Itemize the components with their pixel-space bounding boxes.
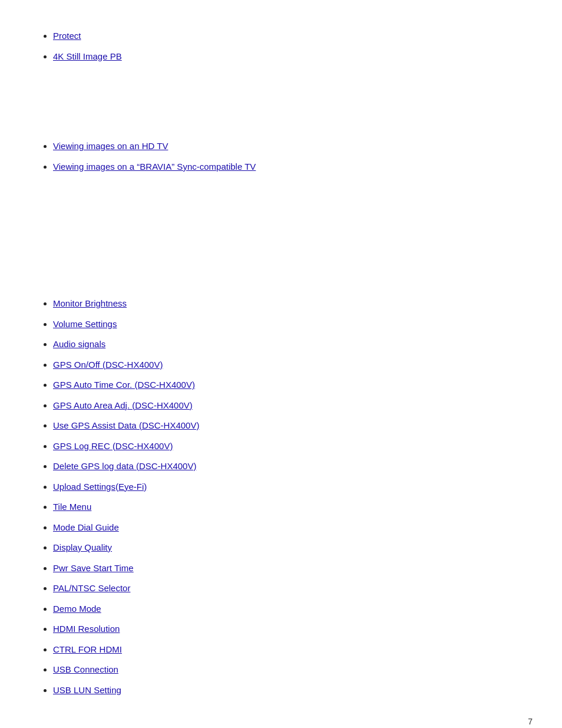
list-item: Protect (53, 29, 495, 43)
section-1: Protect 4K Still Image PB (35, 29, 495, 63)
list-item: GPS Auto Area Adj. (DSC-HX400V) (53, 399, 495, 413)
gps-auto-time-link[interactable]: GPS Auto Time Cor. (DSC-HX400V) (53, 380, 195, 390)
pwr-save-start-time-link[interactable]: Pwr Save Start Time (53, 563, 134, 573)
list-item: Demo Mode (53, 602, 495, 616)
list-item: USB Connection (53, 663, 495, 677)
delete-gps-log-link[interactable]: Delete GPS log data (DSC-HX400V) (53, 461, 196, 471)
section-1-list: Protect 4K Still Image PB (35, 29, 495, 63)
list-item: Audio signals (53, 338, 495, 351)
ctrl-for-hdmi-link[interactable]: CTRL FOR HDMI (53, 644, 122, 654)
spacer-3 (35, 250, 495, 297)
section-2-list: Viewing images on an HD TV Viewing image… (35, 140, 495, 173)
display-quality-link[interactable]: Display Quality (53, 542, 112, 552)
gps-onoff-link[interactable]: GPS On/Off (DSC-HX400V) (53, 360, 163, 370)
viewing-bravia-link[interactable]: Viewing images on a “BRAVIA” Sync-compat… (53, 162, 256, 172)
list-item: Volume Settings (53, 318, 495, 331)
pal-ntsc-selector-link[interactable]: PAL/NTSC Selector (53, 583, 130, 593)
section-3-list: Monitor Brightness Volume Settings Audio… (35, 297, 495, 697)
section-2: Viewing images on an HD TV Viewing image… (35, 140, 495, 173)
monitor-brightness-link[interactable]: Monitor Brightness (53, 298, 127, 308)
list-item: PAL/NTSC Selector (53, 582, 495, 595)
list-item: Delete GPS log data (DSC-HX400V) (53, 460, 495, 473)
gps-auto-area-link[interactable]: GPS Auto Area Adj. (DSC-HX400V) (53, 400, 193, 410)
usb-connection-link[interactable]: USB Connection (53, 664, 118, 674)
4k-still-image-link[interactable]: 4K Still Image PB (53, 51, 122, 61)
volume-settings-link[interactable]: Volume Settings (53, 319, 117, 329)
section-3: Monitor Brightness Volume Settings Audio… (35, 297, 495, 697)
usb-lun-setting-link[interactable]: USB LUN Setting (53, 685, 121, 695)
tile-menu-link[interactable]: Tile Menu (53, 502, 91, 512)
gps-log-rec-link[interactable]: GPS Log REC (DSC-HX400V) (53, 441, 173, 451)
list-item: GPS On/Off (DSC-HX400V) (53, 358, 495, 372)
gps-assist-data-link[interactable]: Use GPS Assist Data (DSC-HX400V) (53, 420, 199, 430)
page-container: Protect 4K Still Image PB Viewing images… (0, 0, 530, 728)
protect-link[interactable]: Protect (53, 31, 81, 41)
list-item: Use GPS Assist Data (DSC-HX400V) (53, 419, 495, 433)
list-item: Viewing images on a “BRAVIA” Sync-compat… (53, 160, 495, 174)
list-item: Upload Settings(Eye-Fi) (53, 480, 495, 494)
list-item: Viewing images on an HD TV (53, 140, 495, 153)
list-item: Monitor Brightness (53, 297, 495, 311)
audio-signals-link[interactable]: Audio signals (53, 339, 105, 349)
list-item: 4K Still Image PB (53, 50, 495, 64)
hdmi-resolution-link[interactable]: HDMI Resolution (53, 624, 120, 634)
spacer-2 (35, 203, 495, 250)
viewing-hd-tv-link[interactable]: Viewing images on an HD TV (53, 141, 168, 151)
list-item: HDMI Resolution (53, 622, 495, 636)
list-item: CTRL FOR HDMI (53, 643, 495, 657)
list-item: Mode Dial Guide (53, 521, 495, 535)
upload-settings-link[interactable]: Upload Settings(Eye-Fi) (53, 482, 147, 492)
list-item: GPS Auto Time Cor. (DSC-HX400V) (53, 378, 495, 392)
page-number: 7 (528, 717, 533, 726)
demo-mode-link[interactable]: Demo Mode (53, 604, 101, 614)
list-item: Pwr Save Start Time (53, 562, 495, 575)
mode-dial-guide-link[interactable]: Mode Dial Guide (53, 522, 119, 532)
list-item: USB LUN Setting (53, 684, 495, 697)
list-item: GPS Log REC (DSC-HX400V) (53, 440, 495, 453)
list-item: Display Quality (53, 541, 495, 555)
list-item: Tile Menu (53, 500, 495, 514)
spacer-1 (35, 93, 495, 140)
